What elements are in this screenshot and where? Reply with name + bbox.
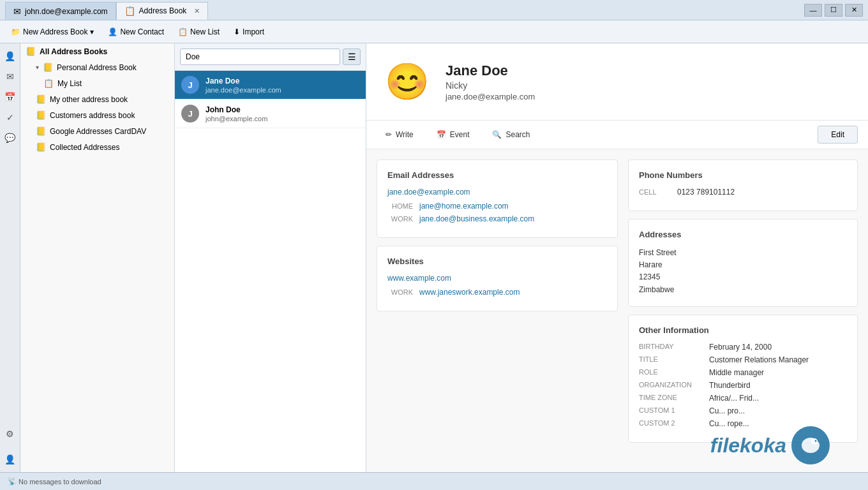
toolbar: 📁 New Address Book ▾ 👤 New Contact 📋 New… — [0, 20, 868, 43]
website-work-value: www.janeswork.example.com — [419, 288, 520, 297]
avatar-john: J — [181, 105, 199, 122]
search-button[interactable]: 🔍 Search — [483, 126, 539, 143]
new-contact-label: New Contact — [120, 27, 164, 36]
sidebar-item-collected[interactable]: 📒 Collected Addresses — [20, 139, 174, 155]
maximize-button[interactable]: ☐ — [825, 4, 842, 17]
icon-bar-account[interactable]: 👤 — [3, 452, 18, 467]
sidebar-item-google-label: Google Addresses CardDAV — [50, 127, 146, 136]
other-info-table: BIRTHDAY February 14, 2000 TITLE Custome… — [639, 343, 847, 428]
other-birthday-row: BIRTHDAY February 14, 2000 — [639, 343, 847, 352]
phone-cell-label: CELL — [639, 188, 671, 196]
contact-item-john[interactable]: J John Doe john@example.com — [175, 100, 366, 128]
search-icon: 🔍 — [492, 130, 502, 139]
contact-item-jane[interactable]: J Jane Doe jane.doe@example.com — [175, 71, 366, 100]
contact-info-john: John Doe john@example.com — [206, 105, 359, 122]
tab-addressbook-label: Address Book — [139, 6, 187, 15]
write-button[interactable]: ✏ Write — [377, 126, 423, 143]
contact-name-jane: Jane Doe — [206, 77, 359, 85]
birthday-value: February 14, 2000 — [709, 343, 772, 352]
contact-email-john: john@example.com — [206, 115, 359, 122]
status-message: No messages to download — [19, 478, 101, 486]
org-label: ORGANIZATION — [639, 381, 709, 390]
icon-bar-calendar[interactable]: 📅 — [3, 89, 18, 105]
avatar-jane: J — [181, 76, 199, 94]
tab-email-label: john.doe@example.com — [25, 7, 108, 16]
search-input[interactable] — [180, 48, 340, 65]
write-label: Write — [396, 130, 414, 139]
email-tab-icon: ✉ — [13, 6, 21, 17]
custom1-label: CUSTOM 1 — [639, 406, 709, 415]
detail-col-right: Phone Numbers CELL 0123 789101112 Addres… — [628, 160, 858, 443]
event-icon: 📅 — [437, 130, 446, 139]
title-label: TITLE — [639, 355, 709, 364]
search-bar: ☰ — [175, 43, 366, 71]
sidebar-item-all-address-books[interactable]: 📒 All Address Books — [20, 43, 174, 59]
sidebar-item-my-list[interactable]: 📋 My List — [20, 75, 174, 91]
minimize-button[interactable]: — — [804, 4, 822, 17]
sidebar-item-personal-label: Personal Address Book — [57, 63, 137, 72]
timezone-value: Africa/... Frid... — [709, 394, 759, 403]
import-button[interactable]: ⬇ Import — [228, 24, 270, 40]
email-home-value: jane@home.example.com — [419, 202, 509, 211]
my-list-icon: 📋 — [43, 78, 54, 88]
main-container: 👤 ✉ 📅 ✓ 💬 ⚙ 👤 📒 All Address Books ▾ 📒 Pe… — [0, 43, 868, 472]
sidebar-item-collected-label: Collected Addresses — [50, 143, 119, 152]
phone-cell-row: CELL 0123 789101112 — [639, 188, 847, 197]
sidebar-item-personal[interactable]: ▾ 📒 Personal Address Book — [20, 59, 174, 75]
org-value: Thunderbird — [709, 381, 751, 390]
collected-icon: 📒 — [36, 142, 46, 152]
role-label: ROLE — [639, 368, 709, 377]
search-filter-button[interactable]: ☰ — [343, 48, 361, 65]
new-list-button[interactable]: 📋 New List — [172, 24, 225, 40]
tab-email[interactable]: ✉ john.doe@example.com — [5, 2, 116, 20]
icon-bar-chat[interactable]: 💬 — [3, 130, 18, 145]
icon-bar-settings[interactable]: ⚙ — [3, 426, 18, 442]
websites-title: Websites — [387, 256, 607, 266]
avatar-emoji-icon: 😊 — [385, 61, 430, 103]
sidebar-item-other-label: My other address book — [50, 95, 128, 104]
icon-bar-mail[interactable]: ✉ — [3, 69, 18, 84]
edit-label: Edit — [831, 130, 844, 139]
address-books-icon: 📒 — [26, 47, 36, 56]
custom2-value: Cu... rope... — [709, 419, 749, 428]
phone-numbers-card: Phone Numbers CELL 0123 789101112 — [628, 160, 858, 211]
edit-button[interactable]: Edit — [818, 126, 858, 144]
email-work-label: WORK — [387, 215, 413, 223]
email-home-label: HOME — [387, 202, 413, 210]
other-book-icon: 📒 — [36, 94, 46, 104]
tab-bar: ✉ john.doe@example.com 📋 Address Book ✕ — [5, 0, 804, 20]
sidebar-item-google[interactable]: 📒 Google Addresses CardDAV — [20, 123, 174, 139]
tab-addressbook[interactable]: 📋 Address Book ✕ — [116, 2, 209, 20]
website-primary: www.example.com — [387, 274, 607, 283]
window-controls: — ☐ ✕ — [804, 4, 863, 17]
contact-name-john: John Doe — [206, 105, 359, 114]
custom1-value: Cu... pro... — [709, 406, 745, 415]
address-line-4: Zimbabwe — [639, 284, 847, 296]
status-icon: 📡 — [8, 477, 17, 486]
new-address-book-arrow: ▾ — [90, 27, 94, 36]
icon-bar-tasks[interactable]: ✓ — [3, 110, 18, 125]
custom2-label: CUSTOM 2 — [639, 419, 709, 428]
addresses-card: Addresses First Street Harare 12345 Zimb… — [628, 219, 858, 307]
detail-col-left: Email Addresses jane.doe@example.com HOM… — [377, 160, 618, 443]
email-addresses-title: Email Addresses — [387, 170, 607, 180]
icon-bar-addressbook[interactable]: 👤 — [3, 48, 18, 64]
new-address-book-label: New Address Book — [23, 27, 87, 36]
sidebar-item-customers[interactable]: 📒 Customers address book — [20, 107, 174, 123]
import-icon: ⬇ — [234, 27, 240, 36]
new-contact-button[interactable]: 👤 New Contact — [102, 24, 170, 40]
websites-card: Websites www.example.com WORK www.janesw… — [377, 246, 618, 311]
website-work-label: WORK — [387, 288, 413, 296]
event-button[interactable]: 📅 Event — [428, 126, 479, 143]
sidebar-item-other-book[interactable]: 📒 My other address book — [20, 91, 174, 107]
tab-close-icon[interactable]: ✕ — [194, 7, 200, 15]
google-icon: 📒 — [36, 126, 46, 136]
close-button[interactable]: ✕ — [845, 4, 863, 17]
icon-bar: 👤 ✉ 📅 ✓ 💬 ⚙ 👤 — [0, 43, 20, 472]
new-contact-icon: 👤 — [108, 27, 117, 36]
sidebar-item-all-label: All Address Books — [40, 47, 107, 56]
address-content: First Street Harare 12345 Zimbabwe — [639, 247, 847, 296]
website-work-row: WORK www.janeswork.example.com — [387, 288, 607, 297]
contact-list: J Jane Doe jane.doe@example.com J John D… — [175, 71, 366, 472]
new-address-book-button[interactable]: 📁 New Address Book ▾ — [5, 24, 100, 40]
